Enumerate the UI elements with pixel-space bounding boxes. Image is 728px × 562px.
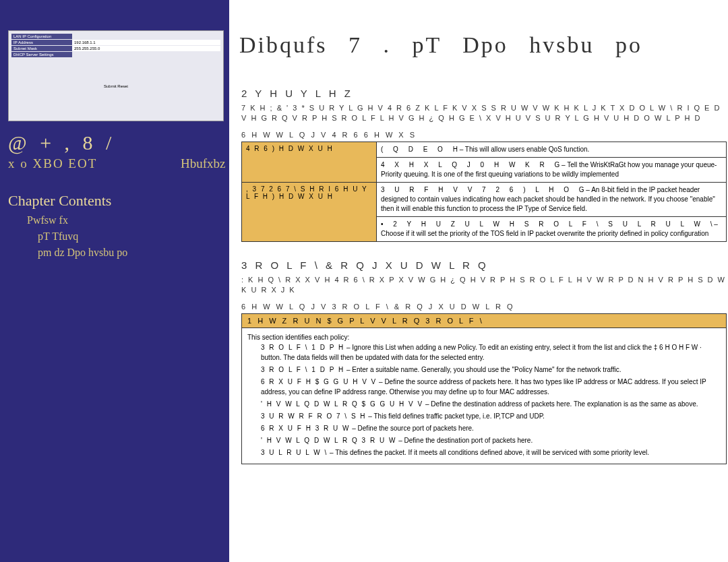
policy-item: 3 U R W R F R O 7 \ S H – This field def… xyxy=(247,411,721,421)
policy-item: 6 R X U F H 3 R U W – Define the source … xyxy=(247,423,721,433)
qos-feature-label: 4 R 6 ) H D W X U H xyxy=(242,142,377,182)
qos-feature-table: 4 R 6 ) H D W X U H ( Q D E O H – This w… xyxy=(241,142,727,242)
tos-process-desc: 3 U R F H V V 7 2 6 ) L H O G – An 8-bit… xyxy=(377,182,727,216)
router-config-thumbnail: LAN IP Configuration IP Address192.168.1… xyxy=(8,30,224,121)
chapter-contents-heading: Chapter Contents xyxy=(8,192,111,210)
qos-queuing-desc: 4 X H X L Q J 0 H W K R G – Tell the Wri… xyxy=(377,157,727,182)
policy-intro: This section identifies each policy: xyxy=(247,332,721,342)
gateway-label: Hbufxbz xyxy=(181,156,225,171)
toc: Pwfsw fx pT Tfuvq pm dz Dpo hvsbu po xyxy=(27,212,127,261)
policy-item: ' H V W L Q D W L R Q 3 R U W – Define t… xyxy=(247,435,721,445)
toc-item[interactable]: pm dz Dpo hvsbu po xyxy=(27,245,127,261)
policy-item: 3 R O L F \ 1 D P H – Enter a suitable n… xyxy=(247,365,721,375)
qos-enable-desc: ( Q D E O H – This will allow users enab… xyxy=(377,142,727,157)
toc-item[interactable]: pT Tfuvq xyxy=(27,228,127,245)
policy-item: 3 R O L F \ 1 D P H – Ignore this List w… xyxy=(247,342,721,363)
toc-item[interactable]: Pwfsw fx xyxy=(27,212,127,228)
tos-feature-label: , 3 7 2 6 7 \ S H R I 6 H U Y L F H ) H … xyxy=(242,182,377,241)
overview-heading: 2 Y H U Y L H Z xyxy=(241,88,727,99)
chapter-title: Dibqufs 7 . pT Dpo hvsbu po xyxy=(239,32,642,58)
tos-overwrite-desc: • 2 Y H U Z U L W H S R O L F \ S U L R … xyxy=(377,216,727,241)
policy-table-header: 1 H W Z R U N $ G P L V V L R Q 3 R O L … xyxy=(241,313,727,328)
policy-item: 3 U L R U L W \ – This defines the packe… xyxy=(247,447,721,458)
qos-setup-caption: 6 H W W L Q J V 4 R 6 6 H W X S xyxy=(241,131,727,139)
sidebar: LAN IP Configuration IP Address192.168.1… xyxy=(0,0,229,562)
policy-item: ' H V W L Q D W L R Q $ G G U H V V – De… xyxy=(247,399,721,409)
cfg-section: LAN IP Configuration xyxy=(11,34,72,39)
policy-table: This section identifies each policy: 3 R… xyxy=(241,328,727,464)
overview-text: 7 K H ; & ' 3 * S U R Y L G H V 4 R 6 Z … xyxy=(241,103,727,124)
policy-config-caption: 6 H W W L Q J V 3 R O L F \ & R Q J X U … xyxy=(241,303,727,311)
main-content: 2 Y H U Y L H Z 7 K H ; & ' 3 * S U R Y … xyxy=(241,81,727,464)
policy-item: 6 R X U F H $ G G U H V V – Define the s… xyxy=(247,377,721,397)
policy-config-heading: 3 R O L F \ & R Q J X U D W L R Q xyxy=(241,259,727,271)
product-type: x o XBO EOT xyxy=(8,156,97,171)
model-code: @ + , 8 / xyxy=(8,131,115,154)
policy-config-text: : K H Q \ R X X V H 4 R 6 \ R X P X V W … xyxy=(241,275,727,296)
